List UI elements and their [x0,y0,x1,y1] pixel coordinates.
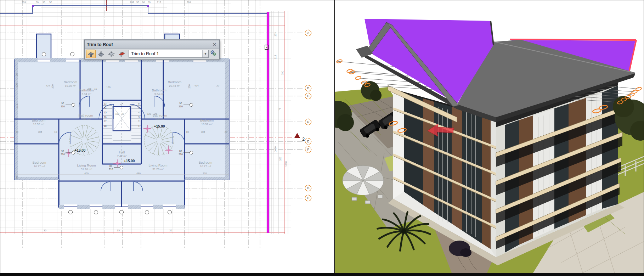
grid-bubbles[interactable]: ABCDEFGH [305,30,311,201]
svg-text:210: 210 [61,105,65,108]
svg-text:898: 898 [130,1,134,4]
section-marker[interactable]: 2 [294,133,305,142]
svg-text:110: 110 [16,104,18,108]
svg-text:Bedroom: Bedroom [200,118,214,122]
svg-text:225: 225 [87,88,91,90]
svg-text:50: 50 [148,1,151,4]
svg-text:1030: 1030 [274,146,277,152]
svg-text:50: 50 [49,1,52,4]
svg-text:4: 4 [138,111,140,114]
window-edge [0,273,644,276]
svg-text:14: 14 [104,107,107,109]
dialog-title: Trim to Roof [87,42,212,47]
view-3d[interactable] [335,0,644,273]
svg-text:80: 80 [109,165,112,167]
svg-text:345: 345 [16,175,18,180]
close-icon[interactable]: ✕ [212,42,217,47]
svg-text:169: 169 [106,86,111,89]
svg-text:120: 120 [147,113,151,115]
svg-text:2: 2 [138,120,140,123]
svg-text:20: 20 [16,73,18,76]
selection-node[interactable] [32,5,34,7]
settings-gears-icon[interactable]: ⚙⚙ [209,50,218,58]
svg-text:10: 10 [94,88,97,90]
svg-text:305: 305 [201,131,205,133]
roof-outline[interactable] [0,6,269,13]
bush[interactable] [460,248,471,257]
svg-text:790: 790 [281,71,284,75]
svg-text:D: D [307,120,310,124]
svg-text:490: 490 [136,172,141,175]
svg-text:213: 213 [274,55,277,59]
svg-text:267: 267 [279,157,282,161]
svg-text:E: E [307,140,309,143]
trim-operation-field[interactable]: Trim to Roof 1 ▼ [129,50,209,58]
svg-text:Bedroom: Bedroom [32,118,46,122]
svg-text:10.52 m²: 10.52 m² [201,123,213,126]
svg-text:+15.00: +15.00 [154,124,165,128]
svg-text:Bedroom: Bedroom [199,160,213,164]
svg-text:90: 90 [61,102,64,105]
svg-text:20: 20 [225,131,227,133]
svg-text:Bathroom: Bathroom [79,88,94,92]
svg-text:19.80 m²: 19.80 m² [65,84,76,88]
svg-text:213: 213 [157,1,161,4]
dropdown-arrow-icon[interactable]: ▼ [202,50,208,57]
svg-text:31.26 m²: 31.26 m² [81,168,92,171]
svg-text:770: 770 [203,172,207,175]
trim-to-roof-dialog[interactable]: Trim to Roof ✕ Trim to Roof 1 ▼ [84,40,220,59]
svg-text:50: 50 [136,1,139,4]
app-window: 2 ABCDEFGH Bedroom19.80 m²Bedroom20.46 m… [0,0,644,276]
svg-text:253: 253 [274,32,277,36]
svg-text:78: 78 [278,108,281,111]
custom-trim-button[interactable] [117,50,126,58]
svg-text:+15.00: +15.00 [124,159,135,163]
building-footprint[interactable] [15,34,229,214]
selection-node[interactable] [147,5,149,7]
svg-text:Living Room: Living Room [77,163,96,167]
trim-operation-value: Trim to Roof 1 [129,51,202,56]
svg-text:Bathroom: Bathroom [78,113,93,117]
svg-text:50: 50 [36,1,39,4]
svg-text:F: F [307,148,309,151]
svg-text:3.04 m²: 3.04 m² [155,118,164,121]
svg-text:C: C [307,94,310,98]
svg-text:15: 15 [104,111,107,114]
svg-text:Bathroom: Bathroom [152,88,166,92]
svg-text:424: 424 [194,84,199,87]
svg-text:400: 400 [84,172,89,175]
gazebo-umbrella[interactable] [343,165,384,195]
floor-plan-view[interactable]: 2 ABCDEFGH Bedroom19.80 m²Bedroom20.46 m… [0,0,334,273]
svg-text:B: B [307,86,309,90]
svg-text:10.52 m²: 10.52 m² [33,123,44,126]
svg-text:210: 210 [61,153,65,156]
svg-text:270: 270 [188,84,191,89]
trim-keep-lower-button[interactable] [107,50,116,58]
svg-text:209: 209 [22,1,26,4]
svg-text:3.34 m²: 3.34 m² [154,92,164,96]
svg-text:31.26 m²: 31.26 m² [152,168,164,171]
svg-text:90: 90 [179,102,182,105]
svg-text:Bedroom: Bedroom [168,80,182,84]
svg-text:10: 10 [186,131,189,133]
dialog-titlebar[interactable]: Trim to Roof ✕ [85,40,219,49]
svg-text:90: 90 [43,1,45,4]
svg-text:20.46 m²: 20.46 m² [169,84,180,88]
svg-text:90: 90 [61,150,64,152]
svg-text:3.04 m²: 3.04 m² [81,118,90,121]
svg-text:3.34 m²: 3.34 m² [81,92,91,96]
svg-text:20: 20 [216,84,219,87]
svg-text:424: 424 [46,84,50,87]
svg-text:20: 20 [16,131,18,133]
svg-text:100: 100 [115,113,119,115]
trim-elements-to-roof-button[interactable] [86,50,96,58]
trim-keep-upper-button[interactable] [96,50,106,58]
svg-text:1006: 1006 [285,161,287,167]
svg-text:Living Room: Living Room [149,163,168,167]
svg-text:35: 35 [169,229,172,232]
svg-text:90: 90 [142,1,145,4]
svg-text:2: 2 [302,136,305,142]
svg-text:16: 16 [104,116,107,118]
svg-text:210: 210 [179,105,183,108]
svg-text:270: 270 [51,84,54,89]
